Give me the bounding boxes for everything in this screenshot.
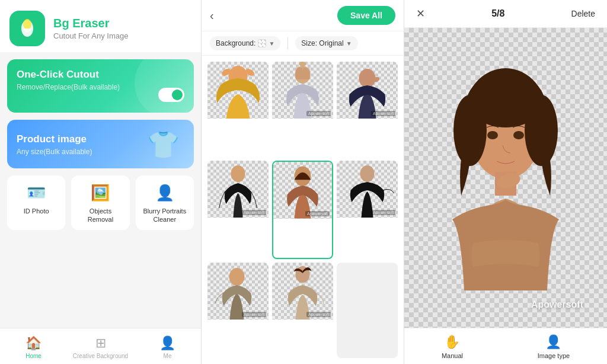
image-cell-7[interactable]: Apowersoft xyxy=(207,263,269,358)
svg-point-15 xyxy=(229,268,245,286)
image-type-label: Image type xyxy=(538,352,570,359)
app-title: Bg Eraser xyxy=(53,17,128,30)
person-svg-6 xyxy=(337,161,398,218)
option-divider xyxy=(287,37,288,49)
size-arrow: ▼ xyxy=(346,40,352,47)
image-cell-4[interactable]: Apowersoft xyxy=(207,161,269,258)
image-cell-8[interactable]: Apowersoft xyxy=(272,263,333,358)
card-product-text: Product image Any size(Bulk available) xyxy=(17,133,147,156)
image-cell-9 xyxy=(337,263,398,358)
blurry-portraits-icon: 👤 xyxy=(155,184,174,202)
images-grid: Apowersoft Apowersoft xyxy=(202,56,404,364)
card-product[interactable]: Product image Any size(Bulk available) 👕 xyxy=(7,120,194,168)
size-option[interactable]: Size: Original ▼ xyxy=(295,36,357,50)
middle-options: Background: ▼ Size: Original ▼ xyxy=(202,31,404,56)
back-button[interactable]: ‹ xyxy=(210,9,214,23)
close-button[interactable]: ✕ xyxy=(416,7,425,20)
image-cell-6[interactable]: Apowersoft xyxy=(337,161,398,258)
cutout-toggle[interactable] xyxy=(158,88,184,102)
silhouette-4: Apowersoft xyxy=(207,161,269,218)
watermark-6: Apowersoft xyxy=(371,210,395,215)
image-type-tool-button[interactable]: 👤 Image type xyxy=(538,334,570,359)
app-icon xyxy=(9,11,45,46)
bottom-nav: 🏠 Home ⊞ Creative Background 👤 Me xyxy=(0,328,201,364)
manual-label: Manual xyxy=(442,352,463,359)
silhouette-3: Apowersoft xyxy=(337,62,398,119)
product-shirt-icon: 👕 xyxy=(147,129,180,160)
creative-icon: ⊞ xyxy=(95,336,106,351)
svg-point-23 xyxy=(487,131,498,139)
toggle-circle xyxy=(172,90,183,100)
right-panel: ✕ 5/8 Delete xyxy=(404,0,607,364)
svg-point-2 xyxy=(23,19,31,30)
watermark-5: Apowersoft xyxy=(305,211,330,216)
left-panel: Bg Eraser Cutout For Any Image One-Click… xyxy=(0,0,202,364)
watermark-8: Apowersoft xyxy=(306,312,331,317)
left-content: One-Click Cutout Remove/Replace(Bulk ava… xyxy=(0,52,201,328)
home-icon: 🏠 xyxy=(25,336,41,351)
silhouette-2: Apowersoft xyxy=(272,62,333,119)
tool-blurry-portraits[interactable]: 👤 Blurry Portraits Cleaner xyxy=(136,175,194,230)
right-footer: ✋ Manual 👤 Image type xyxy=(404,328,607,364)
background-option[interactable]: Background: ▼ xyxy=(210,36,280,50)
nav-creative[interactable]: ⊞ Creative Background xyxy=(67,333,134,362)
portrait-svg xyxy=(440,65,571,290)
person-svg-1 xyxy=(207,62,269,119)
card-cutout[interactable]: One-Click Cutout Remove/Replace(Bulk ava… xyxy=(7,59,194,113)
save-all-button[interactable]: Save All xyxy=(337,6,395,25)
image-type-icon: 👤 xyxy=(545,334,561,350)
middle-panel: ‹ Save All Background: ▼ Size: Original … xyxy=(202,0,404,364)
me-icon: 👤 xyxy=(159,336,175,351)
svg-point-9 xyxy=(299,62,306,66)
background-arrow: ▼ xyxy=(269,40,274,47)
watermark-4: Apowersoft xyxy=(242,210,266,215)
tool-blurry-portraits-label: Blurry Portraits Cleaner xyxy=(140,207,189,224)
right-portrait xyxy=(440,65,571,290)
tool-id-photo[interactable]: 🪪 ID Photo xyxy=(7,175,65,230)
person-svg-4 xyxy=(207,161,269,218)
background-label: Background: xyxy=(216,39,255,47)
right-watermark: Apowersoft xyxy=(531,299,583,310)
tools-grid: 🪪 ID Photo 🖼️ Objects Removal 👤 Blurry P… xyxy=(7,175,194,230)
tool-id-photo-label: ID Photo xyxy=(24,207,49,215)
image-cell-5[interactable]: Apowersoft xyxy=(272,161,333,258)
svg-point-10 xyxy=(359,69,376,88)
app-logo-svg xyxy=(14,15,40,41)
card-product-title: Product image xyxy=(17,133,147,145)
tool-objects-removal[interactable]: 🖼️ Objects Removal xyxy=(71,175,129,230)
manual-icon: ✋ xyxy=(444,334,460,350)
left-header: Bg Eraser Cutout For Any Image xyxy=(0,0,201,52)
watermark-2: Apowersoft xyxy=(306,111,331,116)
objects-removal-icon: 🖼️ xyxy=(91,184,110,202)
nav-home[interactable]: 🏠 Home xyxy=(0,333,67,362)
silhouette-5: Apowersoft xyxy=(273,162,332,219)
right-header: ✕ 5/8 Delete xyxy=(404,0,607,28)
person-svg-7 xyxy=(207,263,269,320)
person-svg-2 xyxy=(272,62,333,119)
nav-me[interactable]: 👤 Me xyxy=(134,333,201,362)
image-cell-1[interactable] xyxy=(207,62,269,157)
svg-point-21 xyxy=(467,74,544,127)
svg-point-24 xyxy=(513,131,524,139)
checker-icon xyxy=(258,39,266,47)
size-label: Size: Original xyxy=(301,39,343,47)
silhouette-7: Apowersoft xyxy=(207,263,269,320)
delete-button[interactable]: Delete xyxy=(571,9,595,18)
image-cell-3[interactable]: Apowersoft xyxy=(337,62,398,157)
person-svg-8 xyxy=(272,263,333,320)
silhouette-1 xyxy=(207,62,269,119)
watermark-3: Apowersoft xyxy=(371,111,395,116)
nav-home-label: Home xyxy=(25,353,41,359)
image-cell-2[interactable]: Apowersoft xyxy=(272,62,333,157)
app-subtitle: Cutout For Any Image xyxy=(53,31,128,40)
silhouette-8: Apowersoft xyxy=(272,263,333,320)
silhouette-6: Apowersoft xyxy=(337,161,398,218)
image-counter: 5/8 xyxy=(491,8,504,19)
cutout-bg-shape xyxy=(135,59,194,113)
person-svg-5 xyxy=(273,162,332,219)
person-svg-3 xyxy=(337,62,398,119)
tool-objects-removal-label: Objects Removal xyxy=(76,207,124,224)
middle-toolbar: ‹ Save All xyxy=(202,0,404,31)
manual-tool-button[interactable]: ✋ Manual xyxy=(442,334,463,359)
svg-point-14 xyxy=(360,165,375,182)
